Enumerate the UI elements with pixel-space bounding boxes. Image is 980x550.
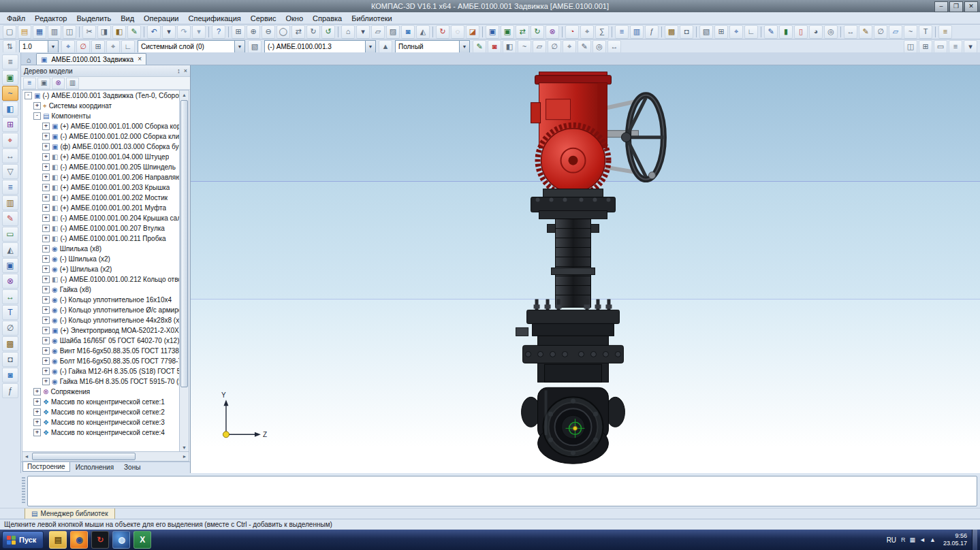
report-icon[interactable]: ▥ [630,25,644,39]
auxiliary-geometry-icon[interactable]: ⌖ [2,133,18,148]
tree-item[interactable]: + ◉ (-) Гайка М12-6Н 8.35.05 (S18) ГОСТ … [22,366,179,376]
zoom-out-icon[interactable]: ⊖ [262,25,275,39]
tree-expander[interactable]: + [42,225,50,232]
menu-item[interactable]: Спецификация [184,14,246,23]
tree-item[interactable]: + ◉ Гайка М16-6Н 8.35.05 ГОСТ 5915-70 (x… [22,376,179,387]
tree-expander[interactable]: + [33,102,41,110]
copy-properties-icon[interactable]: ✎ [127,25,141,39]
browser-icon[interactable]: ◍ [112,531,130,549]
scroll-right-icon[interactable]: ► [180,454,189,459]
hide-components-icon[interactable]: ◌ [451,25,464,39]
spline-icon[interactable]: ~ [904,25,917,39]
tree-expander[interactable]: + [42,204,50,212]
print-preview-icon[interactable]: ◫ [63,25,76,39]
ortho-mode-icon[interactable]: ∟ [121,40,135,54]
macro-icon[interactable]: ◘ [680,25,693,39]
tree-expander[interactable]: + [33,419,41,426]
customize-icon[interactable]: ▾ [964,40,977,54]
tree-item[interactable]: + ◉ (+) Шпилька (x2) [22,264,179,274]
tree-expander[interactable]: + [33,388,41,395]
show-desktop-button[interactable] [972,530,977,550]
tree-tab[interactable]: Зоны [119,462,145,472]
zoom-window-icon[interactable]: ⊞ [232,25,245,39]
tree-expander[interactable]: + [42,286,50,293]
restore-button[interactable]: ❐ [949,1,963,12]
menu-item[interactable]: Сервис [246,14,281,23]
cut-extrude-icon[interactable]: ▯ [794,25,808,39]
property-bar-grip[interactable] [22,477,25,504]
tree-expander[interactable]: + [42,245,50,253]
properties-icon[interactable]: ƒ [2,383,18,398]
redo-icon[interactable]: ↷ [177,25,191,39]
library-icon[interactable]: ▩ [665,25,678,39]
rotate-component-icon[interactable]: ↻ [531,25,544,39]
tree-expander[interactable]: + [33,408,41,416]
coupling-flange[interactable] [531,189,616,219]
mass-properties-icon[interactable]: ∑ [595,25,609,39]
symbols-panel-icon[interactable]: ∅ [2,321,18,336]
tree-structure-icon[interactable]: ≡ [23,78,36,89]
chevron-down-icon[interactable]: ▼ [459,41,469,52]
tree-expander[interactable]: + [42,306,50,314]
tree-item[interactable]: + ❖ Массив по концентрической сетке:4 [22,427,179,438]
pin-icon[interactable]: ↨ [177,67,180,74]
tree-expander[interactable]: + [33,398,41,406]
tree-vertical-scrollbar[interactable]: ▲ ▼ [180,90,189,452]
scroll-left-icon[interactable]: ◄ [22,454,31,459]
kompas-3d-icon[interactable]: ↻ [91,531,109,549]
tree-item[interactable]: - ▣ (-) АМБЕ.0100.001 Задвижка (Тел-0, С… [22,91,179,101]
create-component-icon[interactable]: ▣ [501,25,514,39]
snap-disable-icon[interactable]: ∅ [76,40,90,54]
excel-icon[interactable]: X [133,531,151,549]
tree-item[interactable]: + ▣ (ф) АМБЕ.0100.001.03.000 Сборка буге… [22,142,179,152]
menu-item[interactable]: Операции [139,14,183,23]
close-icon[interactable]: × [184,67,187,74]
tree-item[interactable]: + ◉ (-) Кольцо уплотнительное Ø/с армиро… [22,305,179,315]
components-panel-icon[interactable]: ▣ [2,258,18,273]
valve-lower-body[interactable] [522,387,625,464]
add-component-from-file-icon[interactable]: ▣ [486,25,499,39]
context-help-icon[interactable]: ? [212,25,225,39]
menu-item[interactable]: Окно [281,14,308,23]
tree-item[interactable]: - ▤ Компоненты [22,111,179,121]
menu-item[interactable]: Библиотеки [347,14,397,23]
orientation-icon[interactable]: ⌂ [341,25,355,39]
tree-item[interactable]: + ◧ (-) АМБЕ.0100.001.00.205 Шпиндель [22,162,179,172]
explorer-icon[interactable]: ▤ [49,531,67,549]
chevron-down-icon[interactable]: ▼ [48,41,58,52]
tree-tab[interactable]: Исполнения [71,462,118,472]
window-new-icon[interactable]: ◫ [904,40,917,54]
tree-item[interactable]: + ⊗ Сопряжения [22,387,179,397]
minimize-button[interactable]: – [934,1,948,12]
tree-item[interactable]: + ◧ (-) АМБЕ.0100.001.00.211 Пробка [22,233,179,244]
dimensions-panel-icon[interactable]: ↔ [2,289,18,304]
tree-item[interactable]: + ◉ (-) Кольцо уплотнительное 44x28x8 (x… [22,315,179,325]
tray-display-icon[interactable]: ▦ [910,536,916,543]
tree-expander[interactable]: + [42,163,50,171]
active-document-combo[interactable]: (-) АМБЕ.0100.001.3 ▼ [264,40,376,53]
surfaces-icon[interactable]: ◧ [2,101,18,116]
tree-expander[interactable]: + [42,347,50,355]
paste-icon[interactable]: ◧ [112,25,126,39]
tree-expander[interactable]: + [42,378,50,385]
new-sketch-icon[interactable]: ✎ [764,25,778,39]
edit-in-place-icon[interactable]: ✎ [473,40,486,54]
hide-sketches-icon[interactable]: ✎ [578,40,591,54]
undo-icon[interactable]: ↶ [147,25,161,39]
tree-expander[interactable]: + [42,143,50,150]
save-icon[interactable]: ▦ [33,25,46,39]
redo-caret-icon[interactable]: ▾ [192,25,206,39]
layers-icon[interactable]: ▧ [699,25,713,39]
tree-expander[interactable]: + [42,133,50,140]
hide-planes-icon[interactable]: ▱ [533,40,546,54]
valve-stem[interactable] [548,219,599,308]
tree-expander[interactable]: + [42,337,50,344]
measure-icon[interactable]: ⌖ [580,25,594,39]
3d-viewport[interactable]: Y Z [191,65,980,473]
property-bar[interactable] [27,476,977,506]
tree-expander[interactable]: + [42,123,50,130]
menu-item[interactable]: Файл [2,14,30,23]
scroll-up-icon[interactable]: ▲ [180,91,189,99]
tree-expander[interactable]: + [42,327,50,334]
hidden-lines-icon[interactable]: ▨ [386,25,400,39]
